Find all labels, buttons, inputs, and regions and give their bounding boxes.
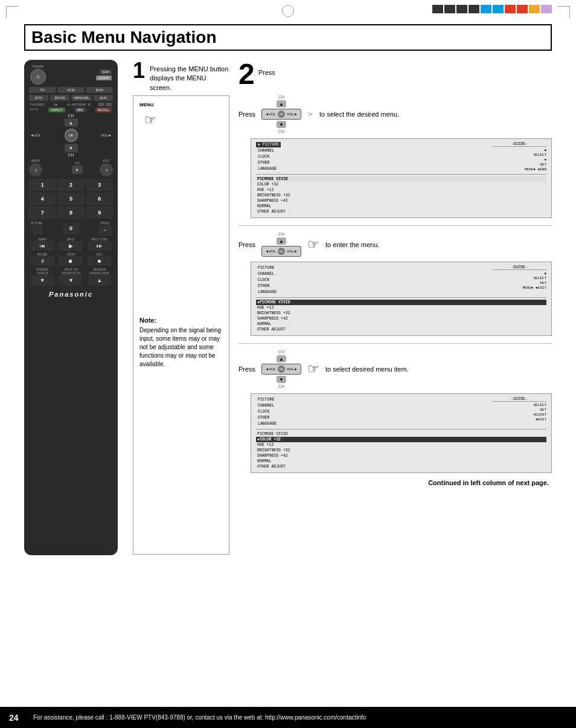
transport-row-2: PAUSE ⏸ STOP ⏹ REC ⏺ [29,253,113,266]
aux-button[interactable]: AUX [94,95,113,101]
guide2-menu-exit: MENU● ●EXIT [522,286,546,290]
vol-left-label[interactable]: ◄VOL [30,134,41,137]
tv3-sub-brightness: BRIGHTNESS +32 [256,448,546,453]
prog-button[interactable]: − [98,225,112,236]
num-5-button[interactable]: 5 [57,193,84,205]
search-button[interactable]: ▲ [88,275,111,286]
tv2-sub-brightness: BRIGHTNESS +32 [256,311,546,316]
mini-ch-down-3: ▼ [277,376,286,383]
sap-button[interactable]: SAP [100,69,112,74]
tv-screen-1-inner: ● PICTURE CHANNEL CLOCK OTHER LANGUAGE -… [256,142,546,172]
antenna-row: TV/VIDEO S▶ A · ANTENNA · B [30,103,112,106]
ok-button[interactable]: OK [65,129,78,142]
freeze-button[interactable]: ▼ [31,275,54,286]
dtv-button[interactable]: DTV [29,95,48,101]
action2-text: to enter the menu. [325,241,552,248]
press-section-3: Press CH ▲ ◄VOL OK VOL► ▼ CH ☞ to selec [238,350,552,486]
mini-ch-down: ▼ [277,121,286,128]
tv-menu-left-2: PICTURE CHANNEL CLOCK OTHER LANGUAGE [256,265,278,295]
tv-button[interactable]: TV [29,87,56,93]
tv-menu-item-language: LANGUAGE [256,166,281,172]
ch-up-button[interactable]: ▲ [65,118,78,127]
tv-sub-color: COLOR +32 [256,182,546,187]
tv-menu-item-picture: ● PICTURE [256,142,281,147]
tv2-menu-other: OTHER [256,283,278,289]
num-8-button[interactable]: 8 [57,207,84,219]
num-0-button[interactable]: 0 [63,222,80,234]
num-9-button[interactable]: 9 [86,207,113,219]
rcvr-button[interactable]: RCVR [50,95,69,101]
guide-set: SET [540,163,546,167]
tv-sub-picmode: PICMODE VIVID [256,176,546,182]
num-3-button[interactable]: 3 [86,179,113,191]
color-bar-red2 [517,5,528,13]
divider-1 [238,225,552,226]
tv-guide-right-1: -GUIDE- ▲ SELECT ● SET MENU● ●END [492,142,546,172]
guide-menu-end: MENU● ●END [525,167,546,172]
ch-down-button[interactable]: ▼ [65,144,78,152]
menu-exit-row: MENU ⊙ CH ▼ EXIT ⊙ [29,159,113,176]
zero-row: R-TUNE 0 PROG − [30,221,112,236]
vol-ok-row: ◄VOL OK VOL► [30,129,112,142]
mini-ok-2: OK [278,248,285,255]
step2-number: 2 [238,60,255,89]
color-bar-cyan [481,5,491,13]
dbs-cbl-button[interactable]: DBS/CBL [71,95,92,101]
color-bar-purple [541,5,552,13]
ch-mid-button[interactable]: ▼ [72,166,83,174]
remote-control: POWER ⏻ SAP LIGHT TV VCR DVD DTV [24,60,118,555]
play-button[interactable]: ▶ [59,241,83,251]
mini-ch-up-2: ▲ [277,237,286,245]
aspect-button[interactable]: ASPECT [48,108,65,112]
vol-right-label[interactable]: VOL► [101,134,112,137]
continued-text: Continued in left column of next page. [238,479,552,486]
power-button[interactable]: ⏻ [30,69,46,85]
num-2-button[interactable]: 2 [57,179,84,191]
footer-text: For assistance, please call : 1-888-VIEW… [33,714,366,721]
recall-button[interactable]: RECALL [95,108,112,112]
tv2-sub-picmode: ●PICMODE VIVID [256,300,546,305]
step1-box: MENU ☞ Note: Depending on the signal bei… [133,95,229,555]
mini-remote-2: CH ▲ ◄VOL OK VOL► [261,232,301,257]
tv-screen-1: ● PICTURE CHANNEL CLOCK OTHER LANGUAGE -… [251,138,552,218]
num-4-button[interactable]: 4 [29,193,56,205]
light-button[interactable]: LIGHT [96,76,112,80]
menu-screen-label: MENU [139,102,223,108]
split-ch-button[interactable]: ▼ [59,275,82,286]
step1-column: 1 Pressing the MENU button displays the … [133,60,229,691]
tv-video-button[interactable]: TV/VIDEO [30,103,44,106]
pause-button[interactable]: ⏸ [30,256,54,266]
numpad: 1 2 3 4 5 6 7 8 9 [29,179,113,219]
press-label-2: Press [238,241,255,248]
stop-button[interactable]: ⏹ [59,256,83,266]
rew-button[interactable]: ⏮ [30,241,54,251]
vcr-button[interactable]: VCR [57,87,84,93]
antenna-label: A · ANTENNA · B [68,103,91,106]
exit-button[interactable]: ⊙ [100,163,113,176]
tv-menu-item-channel: CHANNEL [256,148,281,153]
tv-sub-other: OTHER ADJUST [256,209,546,214]
tv2-sub-sharpness: SHARPNESS +42 [256,316,546,321]
tv-menu-item-clock: CLOCK [256,154,281,159]
tv-screen-3-inner: PICTURE CHANNEL CLOCK OTHER LANGUAGE -GU… [256,397,546,427]
menu-button[interactable]: ⊙ [29,163,42,176]
mini-ok-3: OK [278,366,285,373]
num-7-button[interactable]: 7 [29,207,56,219]
dvd-button[interactable]: DVD [86,87,113,93]
tv-submenu-1: PICMODE VIVID COLOR +32 HUE +12 BRIGHTNE… [256,174,546,214]
guide3-select: SELECT [533,403,546,407]
guide-select: ▲ [544,148,546,152]
tv2-menu-language: LANGUAGE [256,289,278,295]
mini-ch-up-3: ▲ [277,355,286,362]
num-6-button[interactable]: 6 [86,193,113,205]
tv2-menu-clock: CLOCK [256,277,278,283]
tv-submenu-3: PICMODE VIVID ●COLOR +32 HUE +12 BRIGHTN… [256,429,546,469]
mini-vol-left-2: ◄VOL [265,250,276,253]
num-1-button[interactable]: 1 [29,179,56,191]
rec-button[interactable]: ⏺ [88,256,112,266]
r-tune-button[interactable] [30,225,43,236]
tv-screen-3: PICTURE CHANNEL CLOCK OTHER LANGUAGE -GU… [251,393,552,473]
color-bar-black [432,5,443,13]
bbe-button[interactable]: BBE [75,108,86,112]
ff-button[interactable]: ⏭ [88,241,112,251]
